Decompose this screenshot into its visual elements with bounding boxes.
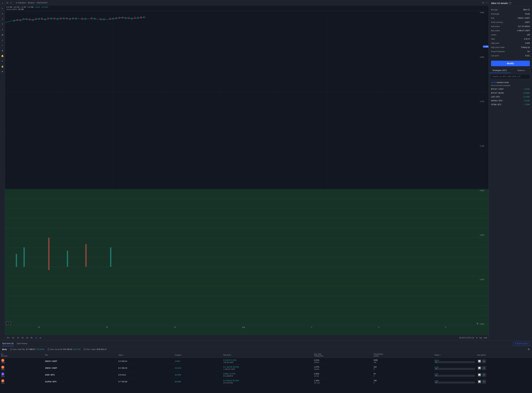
detail-bot-type: Bot type SBot V2 (489, 8, 532, 12)
levels-value: 140 (527, 34, 530, 36)
tf-sync[interactable]: ⇄ (39, 336, 42, 339)
symbol-label[interactable]: 1INCH/USDT (37, 2, 48, 4)
pencil-tool[interactable]: ✏ (0, 59, 5, 63)
sbot-title: SBot V2 details (491, 2, 508, 5)
low-price-value: 0.521 (525, 55, 530, 57)
patterns-tool[interactable]: ⊞ (0, 33, 5, 37)
th-avg-daily: Avg. dailyTrading time (313, 352, 372, 358)
text-tool[interactable]: T (0, 22, 5, 26)
th-exchange: Ex.Bot type (0, 352, 44, 358)
tf-1m[interactable]: 1m (11, 336, 15, 339)
exchange-label[interactable]: Binance (28, 2, 34, 4)
tf-3m[interactable]: 3m (6, 336, 10, 339)
tf-7d[interactable]: 7d (16, 336, 19, 339)
price-change: +0.001 (35, 6, 40, 8)
timeframe-buttons: 3m 1m 7d 3d 1d 6h 1h ⇄ (6, 336, 42, 339)
pair-label: Pair (491, 17, 494, 19)
price-level-800: 0.800 (480, 56, 488, 58)
pair-value: 1INCH / USDT (517, 17, 530, 19)
stat-pnl-value: $ 7 668.67 (26, 348, 35, 350)
strategy-gain: ↑ 7.28% (523, 103, 530, 106)
stop-action-btn[interactable]: ⊘ (482, 366, 486, 370)
open-price: O 0.789 (6, 6, 12, 8)
detail-high-price: High price 0.834 (489, 41, 532, 45)
settings-button[interactable]: ⚙ (482, 2, 484, 4)
lock-tool[interactable]: 🔒 (0, 64, 5, 68)
strategy-btcst-busd[interactable]: BTCST / BUSD ↑ 13.08% (491, 91, 530, 95)
bot-pair-cell: 1INCH / USDT (44, 358, 117, 365)
lines-tool[interactable]: ≡ (0, 12, 5, 16)
strategy-btcst-usdt[interactable]: BTCST / USDT ↑ 13.5% (491, 87, 530, 91)
help-icon[interactable]: ? (509, 2, 511, 5)
stop-action-btn[interactable]: ⊘ (482, 359, 486, 363)
chart-bottom-bar: 3m 1m 7d 3d 1d 6h 1h ⇄ 18:16:27 (UTC+3) … (5, 335, 488, 340)
tab-balance[interactable]: Balance (511, 68, 532, 73)
tab-spot-bots[interactable]: Spot bots (9) (2, 341, 14, 346)
draw-line-tool[interactable]: ╱ (0, 17, 5, 21)
strategy-waves-btc[interactable]: WAVES / BTC ↑ 8.13% (491, 99, 530, 103)
bot-options-cell: 📊 ⊘ (476, 365, 532, 372)
detail-low-price: Low price 0.521 (489, 54, 532, 58)
fullscreen-button[interactable]: ⛶ (485, 2, 487, 4)
stat-pnl-change: (+23.41%) (36, 348, 44, 350)
chart-main[interactable]: 0.850 0.800 0.750 0.700 0.650 0.600 0.55… (5, 11, 488, 335)
svg-rect-61 (67, 251, 68, 267)
price-level-700: 0.700 (480, 145, 488, 147)
tab-spot-history[interactable]: Spot history (17, 341, 27, 346)
bot-value-cell: $ 4 366.36 (117, 365, 174, 372)
toolbar-separator-1 (14, 1, 14, 4)
tf-6h[interactable]: 6h (30, 336, 33, 339)
indicators-button[interactable]: ≋ Indicators (16, 2, 26, 4)
low-price-label: Low price (491, 55, 499, 57)
auto-btn[interactable]: auto (484, 337, 487, 339)
tf-3d[interactable]: 3d (21, 336, 24, 339)
bot-transactions-cell: 1860 (372, 378, 433, 385)
backtest-section: Month backtest result Recommended strate… (489, 80, 532, 108)
bots-header: Bots ? Sum. total P&L: $ 7 668.67 (+23.4… (0, 347, 532, 352)
filter-icon[interactable]: ⚙ (528, 348, 530, 351)
tab-strategies[interactable]: Strategies (427) (489, 68, 511, 73)
eye-tool[interactable]: 👁 (0, 70, 5, 74)
tf-1h[interactable]: 1h (34, 336, 38, 339)
stop-action-btn[interactable]: ⊘ (482, 380, 486, 384)
table-row: H GRID 1INCH / USDT $ 4 025.44 3.04% $ 1… (0, 358, 532, 365)
levels-label: Levels (491, 34, 496, 36)
share-earn-button[interactable]: $ Share & Earn (513, 342, 530, 345)
strategy-atom-btc[interactable]: ATOM / BTC ↑ 7.28% (491, 103, 530, 107)
strategy-search-input[interactable] (491, 74, 530, 79)
cursor-tool[interactable]: ↖ (0, 6, 5, 10)
emoji-tool[interactable]: ☺ (0, 38, 5, 42)
shapes-tool[interactable]: ∧ (0, 28, 5, 32)
status-long: Long (435, 380, 475, 382)
chart-action-btn[interactable]: 📊 (477, 366, 481, 370)
chart-action-btn[interactable]: 📊 (477, 359, 481, 363)
bot-change-cell: 3.04% (174, 358, 222, 365)
th-options: Bot options (476, 352, 532, 358)
close-price: C 0.789 (28, 6, 34, 8)
strategy-ldo-btc[interactable]: LDO / BTC ↑ 12.03% (491, 95, 530, 99)
pct-btn[interactable]: % (476, 337, 478, 339)
chart-action-btn[interactable]: 📊 (477, 373, 481, 377)
stat-value-value: $ 40 421.17 (97, 348, 106, 350)
detail-pair: Pair 1INCH / USDT (489, 16, 532, 20)
chart-settings-icon[interactable]: ⚙ (476, 322, 479, 325)
modify-button[interactable]: Modify (491, 61, 530, 66)
pair-name: ALPHA / BTC (45, 381, 116, 383)
timeframe-1h[interactable]: 1h (6, 2, 8, 4)
alert-tool[interactable]: 🔔 (0, 54, 5, 58)
stat-sum-value: ? Sum. value: $ 40 421.17 (83, 348, 106, 350)
sell-orders-value: 517.19 1INCH (518, 25, 530, 28)
candle-type-button[interactable]: 🕯 (10, 2, 12, 4)
zoom-tool[interactable]: ⊕ (0, 49, 5, 53)
sell-orders-label: Sell orders (491, 25, 500, 28)
chart-action-btn[interactable]: 📊 (477, 380, 481, 384)
stop-action-btn[interactable]: ⊘ (482, 373, 486, 377)
measure-tool[interactable]: ↔ (0, 43, 5, 47)
crosshair-tool[interactable]: + (0, 1, 5, 5)
tf-1d[interactable]: 1d (25, 336, 29, 339)
log-btn[interactable]: log (479, 337, 482, 339)
volume-label: Volume SMA 9 (6, 8, 17, 10)
bot-exchange-cell: A DCA (0, 378, 44, 385)
detail-profit-currency: Profit currency USDT (489, 20, 532, 25)
bot-type-dca: DCA (1, 369, 43, 370)
